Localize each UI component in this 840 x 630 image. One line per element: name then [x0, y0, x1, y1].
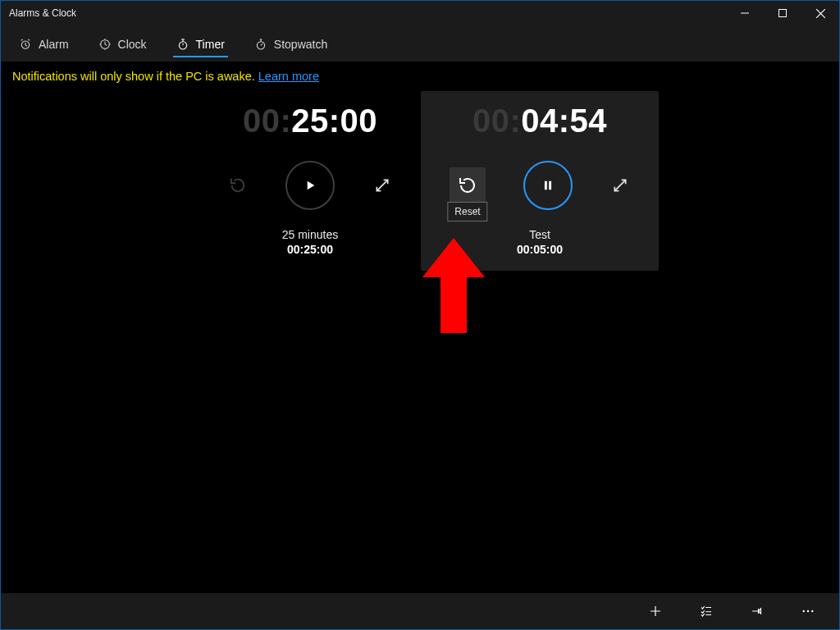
- select-button[interactable]: [695, 600, 718, 623]
- timer-time-display: 00: 25:00: [243, 103, 377, 139]
- svg-point-8: [807, 610, 809, 612]
- expand-button[interactable]: [610, 176, 630, 195]
- tab-clock[interactable]: Clock: [95, 31, 150, 56]
- clock-icon: [98, 38, 112, 51]
- stopwatch-icon: [254, 38, 267, 51]
- tab-clock-label: Clock: [118, 38, 147, 51]
- timer-minsec: 25:00: [291, 103, 377, 139]
- svg-rect-5: [545, 181, 547, 190]
- reset-button[interactable]: [228, 176, 248, 195]
- svg-rect-0: [779, 10, 787, 17]
- plus-icon: [648, 604, 663, 619]
- svg-point-3: [179, 42, 186, 49]
- notification-bar: Notifications will only show if the PC i…: [1, 62, 839, 91]
- tab-timer-label: Timer: [196, 38, 225, 51]
- tab-stopwatch-label: Stopwatch: [274, 38, 327, 51]
- checklist-icon: [699, 604, 714, 619]
- svg-rect-6: [549, 181, 551, 190]
- tab-alarm[interactable]: Alarm: [16, 31, 72, 56]
- play-button[interactable]: [285, 161, 335, 210]
- tab-alarm-label: Alarm: [39, 38, 69, 51]
- nav-tabs: Alarm Clock Timer Stopwatch: [1, 25, 839, 62]
- bottom-bar: [1, 593, 839, 629]
- svg-point-9: [811, 610, 813, 612]
- close-button[interactable]: [801, 1, 839, 25]
- notification-learn-more-link[interactable]: Learn more: [258, 70, 319, 83]
- timer-time-display: 00: 04:54: [472, 103, 607, 139]
- timer-duration: 00:05:00: [517, 243, 563, 256]
- expand-icon: [374, 177, 390, 194]
- timer-card[interactable]: 00: 25:00 25 minutes 00:25:00: [191, 91, 429, 271]
- pause-button[interactable]: [523, 161, 573, 210]
- play-icon: [304, 179, 317, 192]
- reset-button[interactable]: [450, 167, 486, 203]
- more-icon: [801, 604, 815, 619]
- more-button[interactable]: [797, 600, 819, 623]
- expand-icon: [612, 177, 628, 194]
- timer-hours: 00:: [472, 103, 521, 139]
- pin-button[interactable]: [746, 600, 769, 623]
- titlebar: Alarms & Clock: [1, 1, 839, 25]
- tab-stopwatch[interactable]: Stopwatch: [251, 31, 331, 56]
- timer-duration: 00:25:00: [282, 243, 338, 256]
- window-title: Alarms & Clock: [9, 7, 76, 19]
- timer-name: 25 minutes: [282, 228, 338, 241]
- tab-timer[interactable]: Timer: [173, 31, 228, 56]
- notification-text: Notifications will only show if the PC i…: [12, 70, 258, 83]
- timer-hours: 00:: [243, 103, 291, 139]
- timer-minsec: 04:54: [521, 103, 607, 139]
- minimize-button[interactable]: [726, 1, 764, 25]
- pin-icon: [750, 604, 765, 619]
- reset-icon: [229, 176, 247, 194]
- svg-point-7: [803, 610, 805, 612]
- reset-icon: [458, 176, 477, 195]
- timer-name: Test: [517, 228, 563, 241]
- add-timer-button[interactable]: [644, 600, 667, 623]
- reset-tooltip: Reset: [447, 202, 487, 221]
- alarm-icon: [19, 38, 32, 51]
- timer-card[interactable]: 00: 04:54 Reset: [421, 91, 659, 271]
- pause-icon: [542, 180, 554, 191]
- svg-point-4: [257, 42, 264, 49]
- timer-icon: [176, 38, 189, 51]
- maximize-button[interactable]: [764, 1, 801, 25]
- expand-button[interactable]: [372, 176, 392, 195]
